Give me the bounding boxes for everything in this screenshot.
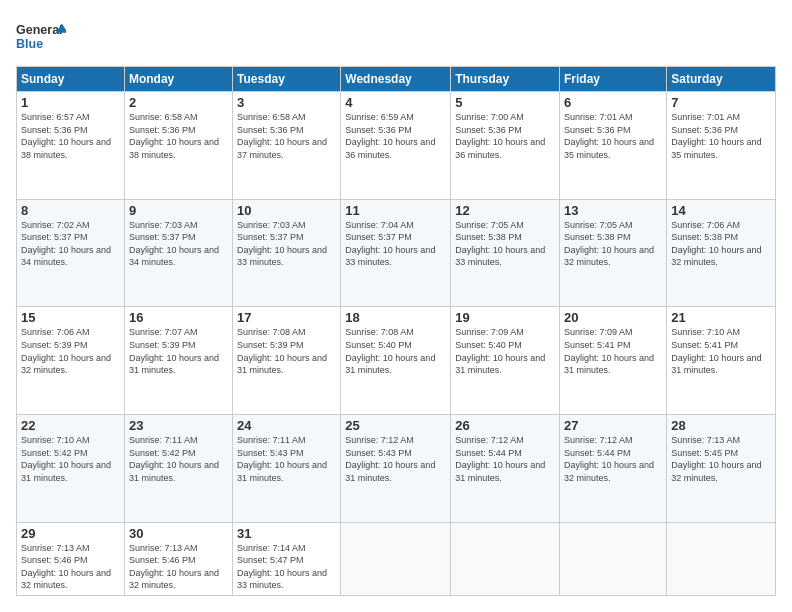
calendar-day-header: Tuesday — [233, 67, 341, 92]
calendar-day-cell: 9 Sunrise: 7:03 AMSunset: 5:37 PMDayligh… — [124, 199, 232, 307]
calendar-week-row: 22 Sunrise: 7:10 AMSunset: 5:42 PMDaylig… — [17, 414, 776, 522]
calendar-day-cell: 17 Sunrise: 7:08 AMSunset: 5:39 PMDaylig… — [233, 307, 341, 415]
day-number: 23 — [129, 418, 228, 433]
calendar-day-header: Friday — [560, 67, 667, 92]
calendar-day-cell: 11 Sunrise: 7:04 AMSunset: 5:37 PMDaylig… — [341, 199, 451, 307]
day-number: 29 — [21, 526, 120, 541]
calendar-day-cell: 4 Sunrise: 6:59 AMSunset: 5:36 PMDayligh… — [341, 92, 451, 200]
day-info: Sunrise: 7:12 AMSunset: 5:44 PMDaylight:… — [564, 435, 654, 483]
day-number: 4 — [345, 95, 446, 110]
day-number: 21 — [671, 310, 771, 325]
day-info: Sunrise: 7:04 AMSunset: 5:37 PMDaylight:… — [345, 220, 435, 268]
day-info: Sunrise: 7:03 AMSunset: 5:37 PMDaylight:… — [129, 220, 219, 268]
calendar-day-cell: 31 Sunrise: 7:14 AMSunset: 5:47 PMDaylig… — [233, 522, 341, 595]
day-info: Sunrise: 7:01 AMSunset: 5:36 PMDaylight:… — [564, 112, 654, 160]
day-info: Sunrise: 7:11 AMSunset: 5:42 PMDaylight:… — [129, 435, 219, 483]
calendar-day-cell: 27 Sunrise: 7:12 AMSunset: 5:44 PMDaylig… — [560, 414, 667, 522]
day-number: 13 — [564, 203, 662, 218]
calendar-day-cell: 1 Sunrise: 6:57 AMSunset: 5:36 PMDayligh… — [17, 92, 125, 200]
calendar-day-cell: 18 Sunrise: 7:08 AMSunset: 5:40 PMDaylig… — [341, 307, 451, 415]
day-number: 18 — [345, 310, 446, 325]
calendar-day-cell: 20 Sunrise: 7:09 AMSunset: 5:41 PMDaylig… — [560, 307, 667, 415]
calendar-day-header: Thursday — [451, 67, 560, 92]
day-info: Sunrise: 7:13 AMSunset: 5:45 PMDaylight:… — [671, 435, 761, 483]
calendar-week-row: 29 Sunrise: 7:13 AMSunset: 5:46 PMDaylig… — [17, 522, 776, 595]
day-info: Sunrise: 6:57 AMSunset: 5:36 PMDaylight:… — [21, 112, 111, 160]
day-number: 5 — [455, 95, 555, 110]
day-info: Sunrise: 7:08 AMSunset: 5:40 PMDaylight:… — [345, 327, 435, 375]
calendar-day-cell: 10 Sunrise: 7:03 AMSunset: 5:37 PMDaylig… — [233, 199, 341, 307]
calendar-day-cell: 19 Sunrise: 7:09 AMSunset: 5:40 PMDaylig… — [451, 307, 560, 415]
day-info: Sunrise: 7:12 AMSunset: 5:44 PMDaylight:… — [455, 435, 545, 483]
calendar-day-cell: 13 Sunrise: 7:05 AMSunset: 5:38 PMDaylig… — [560, 199, 667, 307]
calendar-day-cell: 25 Sunrise: 7:12 AMSunset: 5:43 PMDaylig… — [341, 414, 451, 522]
day-number: 1 — [21, 95, 120, 110]
day-info: Sunrise: 6:59 AMSunset: 5:36 PMDaylight:… — [345, 112, 435, 160]
page: General Blue SundayMondayTuesdayWednesda… — [0, 0, 792, 612]
calendar-day-cell: 30 Sunrise: 7:13 AMSunset: 5:46 PMDaylig… — [124, 522, 232, 595]
day-info: Sunrise: 7:03 AMSunset: 5:37 PMDaylight:… — [237, 220, 327, 268]
day-info: Sunrise: 7:09 AMSunset: 5:41 PMDaylight:… — [564, 327, 654, 375]
day-number: 8 — [21, 203, 120, 218]
day-info: Sunrise: 7:05 AMSunset: 5:38 PMDaylight:… — [455, 220, 545, 268]
day-number: 20 — [564, 310, 662, 325]
day-number: 16 — [129, 310, 228, 325]
calendar-day-cell: 7 Sunrise: 7:01 AMSunset: 5:36 PMDayligh… — [667, 92, 776, 200]
calendar-day-cell: 24 Sunrise: 7:11 AMSunset: 5:43 PMDaylig… — [233, 414, 341, 522]
day-info: Sunrise: 7:13 AMSunset: 5:46 PMDaylight:… — [21, 543, 111, 591]
day-info: Sunrise: 7:10 AMSunset: 5:41 PMDaylight:… — [671, 327, 761, 375]
day-number: 6 — [564, 95, 662, 110]
day-info: Sunrise: 7:02 AMSunset: 5:37 PMDaylight:… — [21, 220, 111, 268]
day-number: 10 — [237, 203, 336, 218]
calendar-day-cell: 2 Sunrise: 6:58 AMSunset: 5:36 PMDayligh… — [124, 92, 232, 200]
header: General Blue — [16, 16, 776, 56]
calendar-week-row: 8 Sunrise: 7:02 AMSunset: 5:37 PMDayligh… — [17, 199, 776, 307]
calendar-day-cell: 28 Sunrise: 7:13 AMSunset: 5:45 PMDaylig… — [667, 414, 776, 522]
day-number: 15 — [21, 310, 120, 325]
day-info: Sunrise: 6:58 AMSunset: 5:36 PMDaylight:… — [237, 112, 327, 160]
calendar-day-cell: 22 Sunrise: 7:10 AMSunset: 5:42 PMDaylig… — [17, 414, 125, 522]
calendar-week-row: 15 Sunrise: 7:06 AMSunset: 5:39 PMDaylig… — [17, 307, 776, 415]
calendar-day-cell: 3 Sunrise: 6:58 AMSunset: 5:36 PMDayligh… — [233, 92, 341, 200]
calendar-day-cell: 23 Sunrise: 7:11 AMSunset: 5:42 PMDaylig… — [124, 414, 232, 522]
day-number: 2 — [129, 95, 228, 110]
calendar-day-cell — [560, 522, 667, 595]
calendar-day-header: Wednesday — [341, 67, 451, 92]
calendar-day-cell: 26 Sunrise: 7:12 AMSunset: 5:44 PMDaylig… — [451, 414, 560, 522]
day-info: Sunrise: 7:14 AMSunset: 5:47 PMDaylight:… — [237, 543, 327, 591]
day-info: Sunrise: 7:11 AMSunset: 5:43 PMDaylight:… — [237, 435, 327, 483]
day-number: 27 — [564, 418, 662, 433]
logo-svg: General Blue — [16, 16, 66, 56]
day-number: 17 — [237, 310, 336, 325]
day-info: Sunrise: 7:06 AMSunset: 5:38 PMDaylight:… — [671, 220, 761, 268]
day-number: 7 — [671, 95, 771, 110]
day-number: 31 — [237, 526, 336, 541]
day-number: 24 — [237, 418, 336, 433]
calendar-day-cell — [451, 522, 560, 595]
day-info: Sunrise: 7:01 AMSunset: 5:36 PMDaylight:… — [671, 112, 761, 160]
day-number: 9 — [129, 203, 228, 218]
day-info: Sunrise: 7:06 AMSunset: 5:39 PMDaylight:… — [21, 327, 111, 375]
day-info: Sunrise: 7:10 AMSunset: 5:42 PMDaylight:… — [21, 435, 111, 483]
calendar-day-header: Sunday — [17, 67, 125, 92]
day-number: 28 — [671, 418, 771, 433]
day-info: Sunrise: 6:58 AMSunset: 5:36 PMDaylight:… — [129, 112, 219, 160]
calendar-day-header: Monday — [124, 67, 232, 92]
calendar-day-cell: 5 Sunrise: 7:00 AMSunset: 5:36 PMDayligh… — [451, 92, 560, 200]
day-number: 26 — [455, 418, 555, 433]
calendar-day-cell: 29 Sunrise: 7:13 AMSunset: 5:46 PMDaylig… — [17, 522, 125, 595]
day-number: 22 — [21, 418, 120, 433]
day-number: 25 — [345, 418, 446, 433]
calendar-day-header: Saturday — [667, 67, 776, 92]
day-number: 14 — [671, 203, 771, 218]
day-number: 30 — [129, 526, 228, 541]
calendar-day-cell — [667, 522, 776, 595]
calendar-day-cell: 15 Sunrise: 7:06 AMSunset: 5:39 PMDaylig… — [17, 307, 125, 415]
calendar-week-row: 1 Sunrise: 6:57 AMSunset: 5:36 PMDayligh… — [17, 92, 776, 200]
day-number: 19 — [455, 310, 555, 325]
svg-text:Blue: Blue — [16, 38, 43, 52]
svg-text:General: General — [16, 23, 63, 37]
day-info: Sunrise: 7:00 AMSunset: 5:36 PMDaylight:… — [455, 112, 545, 160]
day-number: 3 — [237, 95, 336, 110]
day-number: 11 — [345, 203, 446, 218]
